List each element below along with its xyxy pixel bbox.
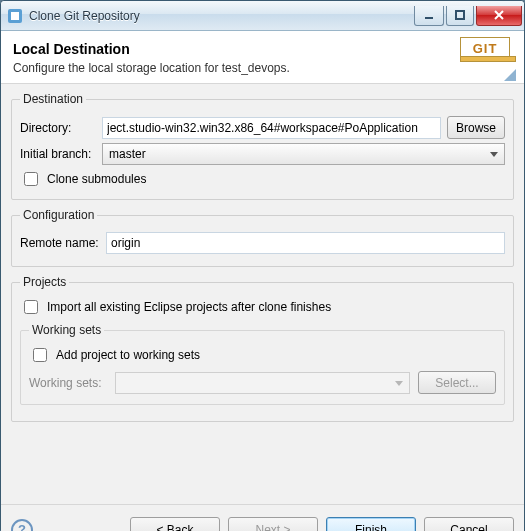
add-to-working-sets-checkbox[interactable]: Add project to working sets — [29, 345, 496, 365]
next-button: Next > — [228, 517, 318, 531]
destination-group: Destination Directory: Browse Initial br… — [11, 92, 514, 200]
titlebar[interactable]: Clone Git Repository — [1, 1, 524, 31]
svg-rect-2 — [425, 17, 433, 19]
content-area: Destination Directory: Browse Initial br… — [1, 84, 524, 504]
window-controls — [414, 6, 522, 26]
working-sets-select — [115, 372, 410, 394]
destination-legend: Destination — [20, 92, 86, 106]
initial-branch-label: Initial branch: — [20, 147, 96, 161]
svg-rect-3 — [456, 11, 464, 19]
initial-branch-value: master — [109, 147, 146, 161]
initial-branch-select[interactable]: master — [102, 143, 505, 165]
clone-submodules-label: Clone submodules — [47, 172, 146, 186]
window-title: Clone Git Repository — [29, 9, 414, 23]
close-button[interactable] — [476, 6, 522, 26]
clone-submodules-checkbox[interactable]: Clone submodules — [20, 169, 505, 189]
add-to-working-sets-input[interactable] — [33, 348, 47, 362]
browse-button[interactable]: Browse — [447, 116, 505, 139]
configuration-group: Configuration Remote name: — [11, 208, 514, 267]
remote-name-label: Remote name: — [20, 236, 100, 250]
working-sets-legend: Working sets — [29, 323, 104, 337]
import-projects-label: Import all existing Eclipse projects aft… — [47, 300, 331, 314]
page-title: Local Destination — [13, 41, 290, 57]
import-projects-input[interactable] — [24, 300, 38, 314]
working-sets-group: Working sets Add project to working sets… — [20, 323, 505, 405]
svg-rect-1 — [11, 12, 19, 20]
finish-button[interactable]: Finish — [326, 517, 416, 531]
directory-input[interactable] — [102, 117, 441, 139]
projects-group: Projects Import all existing Eclipse pro… — [11, 275, 514, 422]
dialog-window: Clone Git Repository Local Destination C… — [0, 0, 525, 531]
cancel-button[interactable]: Cancel — [424, 517, 514, 531]
page-subtitle: Configure the local storage location for… — [13, 61, 290, 75]
working-sets-label: Working sets: — [29, 376, 107, 390]
select-working-sets-button: Select... — [418, 371, 496, 394]
import-projects-checkbox[interactable]: Import all existing Eclipse projects aft… — [20, 297, 505, 317]
git-icon: GIT — [460, 37, 516, 81]
button-bar: ? < Back Next > Finish Cancel — [1, 504, 524, 531]
maximize-button[interactable] — [446, 6, 474, 26]
help-button[interactable]: ? — [11, 519, 33, 532]
add-to-working-sets-label: Add project to working sets — [56, 348, 200, 362]
wizard-header: Local Destination Configure the local st… — [1, 31, 524, 84]
back-button[interactable]: < Back — [130, 517, 220, 531]
directory-label: Directory: — [20, 121, 96, 135]
clone-submodules-input[interactable] — [24, 172, 38, 186]
projects-legend: Projects — [20, 275, 69, 289]
minimize-button[interactable] — [414, 6, 444, 26]
configuration-legend: Configuration — [20, 208, 97, 222]
app-icon — [7, 8, 23, 24]
remote-name-input[interactable] — [106, 232, 505, 254]
